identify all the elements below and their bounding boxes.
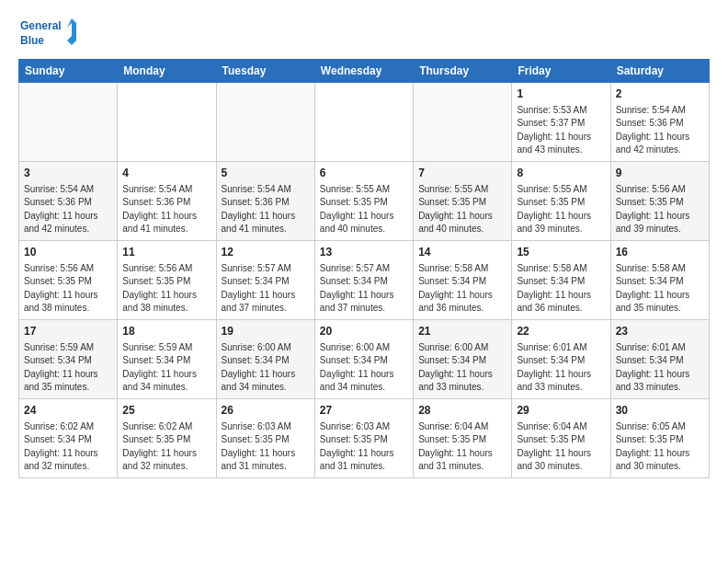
calendar-cell: [216, 83, 314, 162]
calendar-cell: 19Sunrise: 6:00 AM Sunset: 5:34 PM Dayli…: [216, 320, 314, 399]
calendar-cell: 2Sunrise: 5:54 AM Sunset: 5:36 PM Daylig…: [610, 83, 709, 162]
calendar-cell: 8Sunrise: 5:55 AM Sunset: 5:35 PM Daylig…: [512, 162, 610, 241]
day-info: Sunrise: 5:54 AM Sunset: 5:36 PM Dayligh…: [24, 183, 112, 236]
calendar-cell: 9Sunrise: 5:56 AM Sunset: 5:35 PM Daylig…: [610, 162, 709, 241]
calendar-week-row: 1Sunrise: 5:53 AM Sunset: 5:37 PM Daylig…: [19, 83, 710, 162]
day-info: Sunrise: 5:58 AM Sunset: 5:34 PM Dayligh…: [616, 262, 704, 316]
calendar-cell: 30Sunrise: 6:05 AM Sunset: 5:35 PM Dayli…: [610, 399, 709, 478]
calendar-cell: 11Sunrise: 5:56 AM Sunset: 5:35 PM Dayli…: [118, 241, 216, 320]
calendar-cell: 28Sunrise: 6:04 AM Sunset: 5:35 PM Dayli…: [414, 399, 512, 478]
calendar-cell: 15Sunrise: 5:58 AM Sunset: 5:34 PM Dayli…: [512, 241, 610, 320]
day-number: 20: [320, 324, 408, 339]
day-info: Sunrise: 5:54 AM Sunset: 5:36 PM Dayligh…: [222, 183, 310, 236]
day-info: Sunrise: 5:59 AM Sunset: 5:34 PM Dayligh…: [24, 341, 112, 395]
day-number: 23: [616, 324, 704, 339]
day-number: 22: [517, 324, 605, 339]
day-info: Sunrise: 6:04 AM Sunset: 5:35 PM Dayligh…: [517, 420, 605, 474]
calendar-cell: 29Sunrise: 6:04 AM Sunset: 5:35 PM Dayli…: [512, 399, 610, 478]
calendar-cell: 17Sunrise: 5:59 AM Sunset: 5:34 PM Dayli…: [19, 320, 118, 399]
day-number: 1: [517, 86, 605, 102]
day-info: Sunrise: 6:05 AM Sunset: 5:35 PM Dayligh…: [616, 420, 704, 474]
calendar-cell: [414, 83, 512, 162]
day-info: Sunrise: 5:55 AM Sunset: 5:35 PM Dayligh…: [320, 183, 408, 236]
day-number: 3: [24, 166, 112, 181]
logo-svg: General Blue: [18, 15, 83, 53]
day-number: 12: [222, 245, 310, 260]
day-number: 11: [122, 245, 210, 260]
day-number: 16: [616, 245, 704, 260]
calendar-cell: 13Sunrise: 5:57 AM Sunset: 5:34 PM Dayli…: [314, 241, 413, 320]
day-info: Sunrise: 6:02 AM Sunset: 5:35 PM Dayligh…: [122, 420, 210, 474]
calendar-week-row: 17Sunrise: 5:59 AM Sunset: 5:34 PM Dayli…: [19, 320, 710, 399]
day-number: 13: [320, 245, 408, 260]
day-number: 29: [517, 403, 605, 419]
calendar-cell: 5Sunrise: 5:54 AM Sunset: 5:36 PM Daylig…: [216, 162, 314, 241]
col-header-friday: Friday: [512, 60, 610, 83]
calendar-cell: 6Sunrise: 5:55 AM Sunset: 5:35 PM Daylig…: [314, 162, 413, 241]
day-number: 7: [418, 166, 506, 181]
calendar-cell: 7Sunrise: 5:55 AM Sunset: 5:35 PM Daylig…: [414, 162, 512, 241]
day-number: 25: [122, 403, 210, 419]
calendar-cell: 12Sunrise: 5:57 AM Sunset: 5:34 PM Dayli…: [216, 241, 314, 320]
calendar-cell: 26Sunrise: 6:03 AM Sunset: 5:35 PM Dayli…: [216, 399, 314, 478]
day-number: 26: [222, 403, 310, 419]
calendar-cell: 3Sunrise: 5:54 AM Sunset: 5:36 PM Daylig…: [19, 162, 118, 241]
day-number: 28: [418, 403, 506, 419]
day-number: 10: [24, 245, 112, 260]
day-info: Sunrise: 5:57 AM Sunset: 5:34 PM Dayligh…: [320, 262, 408, 316]
calendar-cell: 27Sunrise: 6:03 AM Sunset: 5:35 PM Dayli…: [314, 399, 413, 478]
day-number: 17: [24, 324, 112, 339]
day-info: Sunrise: 6:01 AM Sunset: 5:34 PM Dayligh…: [517, 341, 605, 395]
day-info: Sunrise: 6:04 AM Sunset: 5:35 PM Dayligh…: [418, 420, 506, 474]
day-info: Sunrise: 6:03 AM Sunset: 5:35 PM Dayligh…: [222, 420, 310, 474]
day-info: Sunrise: 5:57 AM Sunset: 5:34 PM Dayligh…: [222, 262, 310, 316]
calendar-cell: 23Sunrise: 6:01 AM Sunset: 5:34 PM Dayli…: [610, 320, 709, 399]
calendar-week-row: 3Sunrise: 5:54 AM Sunset: 5:36 PM Daylig…: [19, 162, 710, 241]
calendar-cell: 10Sunrise: 5:56 AM Sunset: 5:35 PM Dayli…: [19, 241, 118, 320]
col-header-sunday: Sunday: [19, 60, 118, 83]
day-number: 24: [24, 403, 112, 419]
day-number: 2: [616, 86, 704, 102]
calendar-week-row: 24Sunrise: 6:02 AM Sunset: 5:34 PM Dayli…: [19, 399, 710, 478]
calendar-header-row: SundayMondayTuesdayWednesdayThursdayFrid…: [19, 60, 710, 83]
calendar-cell: 14Sunrise: 5:58 AM Sunset: 5:34 PM Dayli…: [414, 241, 512, 320]
day-number: 5: [222, 166, 310, 181]
calendar-table: SundayMondayTuesdayWednesdayThursdayFrid…: [18, 59, 710, 478]
col-header-saturday: Saturday: [610, 60, 709, 83]
calendar-cell: [314, 83, 413, 162]
day-info: Sunrise: 6:03 AM Sunset: 5:35 PM Dayligh…: [320, 420, 408, 474]
col-header-thursday: Thursday: [414, 60, 512, 83]
svg-text:General: General: [20, 19, 62, 32]
day-number: 27: [320, 403, 408, 419]
day-info: Sunrise: 5:55 AM Sunset: 5:35 PM Dayligh…: [418, 183, 506, 236]
svg-text:Blue: Blue: [20, 34, 44, 47]
col-header-tuesday: Tuesday: [216, 60, 314, 83]
day-info: Sunrise: 6:00 AM Sunset: 5:34 PM Dayligh…: [320, 341, 408, 395]
day-info: Sunrise: 5:56 AM Sunset: 5:35 PM Dayligh…: [24, 262, 112, 316]
day-number: 30: [616, 403, 704, 419]
calendar-cell: 1Sunrise: 5:53 AM Sunset: 5:37 PM Daylig…: [512, 83, 610, 162]
calendar-cell: 20Sunrise: 6:00 AM Sunset: 5:34 PM Dayli…: [314, 320, 413, 399]
col-header-wednesday: Wednesday: [314, 60, 413, 83]
day-info: Sunrise: 5:58 AM Sunset: 5:34 PM Dayligh…: [517, 262, 605, 316]
day-number: 9: [616, 166, 704, 181]
calendar-cell: 21Sunrise: 6:00 AM Sunset: 5:34 PM Dayli…: [414, 320, 512, 399]
calendar-cell: 22Sunrise: 6:01 AM Sunset: 5:34 PM Dayli…: [512, 320, 610, 399]
day-info: Sunrise: 5:53 AM Sunset: 5:37 PM Dayligh…: [517, 104, 605, 157]
day-number: 19: [222, 324, 310, 339]
calendar-cell: 4Sunrise: 5:54 AM Sunset: 5:36 PM Daylig…: [118, 162, 216, 241]
day-info: Sunrise: 5:55 AM Sunset: 5:35 PM Dayligh…: [517, 183, 605, 236]
col-header-monday: Monday: [118, 60, 216, 83]
day-info: Sunrise: 5:54 AM Sunset: 5:36 PM Dayligh…: [616, 104, 704, 157]
calendar-cell: 18Sunrise: 5:59 AM Sunset: 5:34 PM Dayli…: [118, 320, 216, 399]
page-header: General Blue: [18, 15, 710, 53]
day-info: Sunrise: 5:59 AM Sunset: 5:34 PM Dayligh…: [122, 341, 210, 395]
logo: General Blue: [18, 15, 83, 53]
calendar-cell: 16Sunrise: 5:58 AM Sunset: 5:34 PM Dayli…: [610, 241, 709, 320]
day-info: Sunrise: 5:56 AM Sunset: 5:35 PM Dayligh…: [122, 262, 210, 316]
day-number: 8: [517, 166, 605, 181]
calendar-cell: 24Sunrise: 6:02 AM Sunset: 5:34 PM Dayli…: [19, 399, 118, 478]
day-number: 18: [122, 324, 210, 339]
day-number: 4: [122, 166, 210, 181]
day-number: 6: [320, 166, 408, 181]
